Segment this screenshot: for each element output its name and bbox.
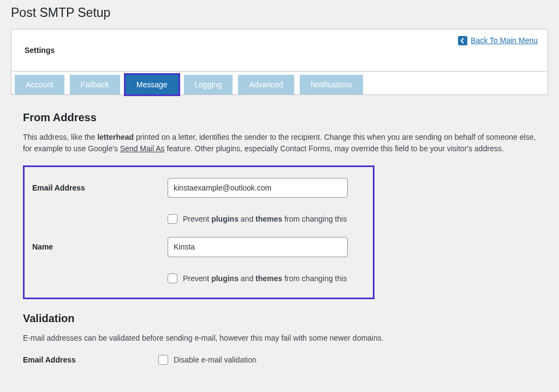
desc-letterhead: letterhead bbox=[97, 133, 134, 141]
prevent-name-change-row: Prevent plugins and themes from changing… bbox=[168, 274, 365, 283]
send-mail-as-link[interactable]: Send Mail As bbox=[120, 144, 165, 153]
validation-email-row: Email Address Disable e-mail validation bbox=[23, 355, 536, 365]
prevent-text: from changing this bbox=[282, 274, 347, 283]
page-title: Post SMTP Setup bbox=[11, 0, 548, 23]
disable-validation-checkbox[interactable] bbox=[158, 355, 168, 365]
prevent-email-change-checkbox[interactable] bbox=[168, 214, 177, 224]
tabs-bar: Account Fallback Message Logging Advance… bbox=[11, 72, 548, 95]
tab-fallback[interactable]: Fallback bbox=[70, 75, 120, 94]
desc-text: feature. Other plugins, especially Conta… bbox=[165, 144, 504, 153]
prevent-name-change-label: Prevent plugins and themes from changing… bbox=[183, 274, 347, 283]
email-address-label: Email Address bbox=[32, 183, 168, 192]
back-link-wrap: Back To Main Menu bbox=[458, 36, 538, 45]
prevent-text: and bbox=[239, 274, 255, 283]
content-area: From Address This address, like the lett… bbox=[11, 95, 548, 365]
back-arrow-icon bbox=[458, 36, 467, 45]
email-address-row: Email Address bbox=[32, 178, 365, 198]
from-address-description: This address, like the letterhead printe… bbox=[23, 132, 536, 155]
validation-description: E-mail addresses can be validated before… bbox=[23, 332, 536, 344]
prevent-text: Prevent bbox=[183, 215, 211, 223]
tab-logging[interactable]: Logging bbox=[184, 75, 233, 94]
validation-email-label: Email Address bbox=[23, 355, 158, 364]
from-address-highlight-box: Email Address Prevent plugins and themes… bbox=[23, 165, 374, 299]
prevent-text: and bbox=[239, 215, 255, 223]
prevent-plugins: plugins bbox=[211, 215, 239, 223]
disable-validation-wrap: Disable e-mail validation bbox=[158, 355, 257, 365]
desc-text: This address, like the bbox=[23, 133, 97, 141]
prevent-themes: themes bbox=[255, 274, 282, 283]
prevent-text: Prevent bbox=[183, 274, 211, 283]
disable-validation-label: Disable e-mail validation bbox=[174, 355, 257, 364]
email-address-input[interactable] bbox=[168, 178, 348, 198]
svg-rect-0 bbox=[458, 36, 467, 45]
validation-heading: Validation bbox=[23, 312, 536, 325]
from-address-heading: From Address bbox=[23, 111, 536, 124]
tab-account[interactable]: Account bbox=[15, 75, 64, 94]
back-to-main-menu-link[interactable]: Back To Main Menu bbox=[471, 36, 538, 45]
tab-advanced[interactable]: Advanced bbox=[238, 75, 294, 94]
prevent-email-change-label: Prevent plugins and themes from changing… bbox=[183, 215, 347, 223]
name-label: Name bbox=[32, 242, 168, 251]
tab-message[interactable]: Message bbox=[126, 75, 179, 94]
settings-label: Settings bbox=[25, 46, 55, 55]
settings-panel: Settings Back To Main Menu bbox=[11, 29, 548, 72]
prevent-themes: themes bbox=[255, 215, 282, 223]
prevent-text: from changing this bbox=[282, 215, 347, 223]
name-row: Name bbox=[32, 237, 365, 257]
prevent-email-change-row: Prevent plugins and themes from changing… bbox=[168, 214, 365, 224]
prevent-plugins: plugins bbox=[211, 274, 239, 283]
prevent-name-change-checkbox[interactable] bbox=[168, 274, 177, 283]
name-input[interactable] bbox=[168, 237, 348, 257]
tab-notifications[interactable]: Notifications bbox=[300, 75, 363, 94]
